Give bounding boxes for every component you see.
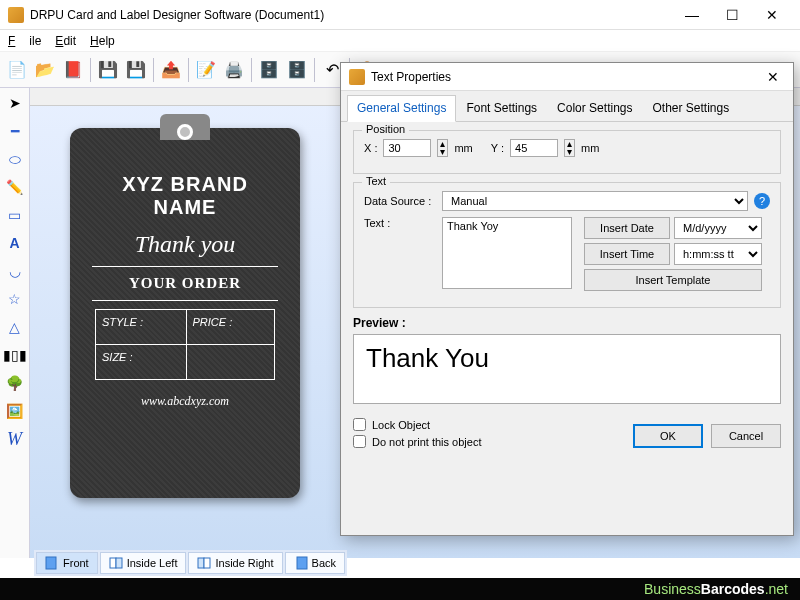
help-icon[interactable]: ?	[754, 193, 770, 209]
tab-inside-right[interactable]: Inside Right	[188, 552, 282, 574]
preview-label: Preview :	[353, 316, 781, 330]
card-thank-you: Thank you	[80, 231, 290, 258]
tab-inside-left[interactable]: Inside Left	[100, 552, 187, 574]
dialog-icon	[349, 69, 365, 85]
save-icon[interactable]: 💾	[95, 57, 121, 83]
card-url: www.abcdxyz.com	[80, 394, 290, 409]
database2-icon[interactable]: 🗄️	[284, 57, 310, 83]
x-spinner[interactable]: ▴▾	[437, 139, 448, 157]
save-as-icon[interactable]: 💾	[123, 57, 149, 83]
close-file-icon[interactable]: 📕	[60, 57, 86, 83]
close-button[interactable]: ✕	[752, 2, 792, 28]
dialog-title: Text Properties	[371, 70, 761, 84]
triangle-tool-icon[interactable]: △	[4, 316, 26, 338]
x-input[interactable]	[383, 139, 431, 157]
x-label: X :	[364, 142, 377, 154]
y-spinner[interactable]: ▴▾	[564, 139, 575, 157]
arc-tool-icon[interactable]: ◡	[4, 260, 26, 282]
rect-tool-icon[interactable]: ▭	[4, 204, 26, 226]
page-tabs: Front Inside Left Inside Right Back	[34, 550, 347, 576]
menu-help[interactable]: Help	[90, 34, 115, 48]
tool-palette: ➤ ━ ⬭ ✏️ ▭ A ◡ ☆ △ ▮▯▮ 🌳 🖼️ W	[0, 88, 30, 558]
footer: BusinessBarcodes.net	[0, 578, 800, 600]
titlebar: DRPU Card and Label Designer Software (D…	[0, 0, 800, 30]
tab-back[interactable]: Back	[285, 552, 345, 574]
maximize-button[interactable]: ☐	[712, 2, 752, 28]
page-icon	[45, 556, 59, 570]
svg-rect-0	[46, 557, 56, 569]
menu-edit[interactable]: Edit	[55, 34, 76, 48]
text-label: Text :	[364, 217, 436, 229]
cancel-button[interactable]: Cancel	[711, 424, 781, 448]
ellipse-tool-icon[interactable]: ⬭	[4, 148, 26, 170]
pointer-tool-icon[interactable]: ➤	[4, 92, 26, 114]
dialog-tabs: General Settings Font Settings Color Set…	[341, 91, 793, 122]
datasource-label: Data Source :	[364, 195, 436, 207]
card-order: YOUR ORDER	[80, 275, 290, 292]
preview-box: Thank You	[353, 334, 781, 404]
y-input[interactable]	[510, 139, 558, 157]
menu-file[interactable]: File	[8, 34, 41, 48]
export-icon[interactable]: 📤	[158, 57, 184, 83]
database-icon[interactable]: 🗄️	[256, 57, 282, 83]
time-format-select[interactable]: h:mm:ss tt	[674, 243, 762, 265]
card-spec-table: STYLE :PRICE : SIZE :	[95, 309, 275, 380]
text-properties-dialog: Text Properties ✕ General Settings Font …	[340, 62, 794, 536]
symbol-tool-icon[interactable]: 🖼️	[4, 400, 26, 422]
footer-brand: BusinessBarcodes.net	[644, 581, 788, 597]
edit-icon[interactable]: 📝	[193, 57, 219, 83]
print-icon[interactable]: 🖨️	[221, 57, 247, 83]
datasource-select[interactable]: Manual	[442, 191, 748, 211]
svg-rect-1	[110, 558, 116, 568]
text-fieldset: Text Data Source : Manual ? Text : Thank…	[353, 182, 781, 308]
date-format-select[interactable]: M/d/yyyy	[674, 217, 762, 239]
wordart-tool-icon[interactable]: W	[4, 428, 26, 450]
position-fieldset: Position X : ▴▾ mm Y : ▴▾ mm	[353, 130, 781, 174]
dialog-close-button[interactable]: ✕	[761, 69, 785, 85]
window-title: DRPU Card and Label Designer Software (D…	[30, 8, 672, 22]
page-icon	[294, 556, 308, 570]
svg-rect-4	[204, 558, 210, 568]
card-preview[interactable]: XYZ BRANDNAME Thank you YOUR ORDER STYLE…	[70, 128, 300, 498]
image-tool-icon[interactable]: 🌳	[4, 372, 26, 394]
y-label: Y :	[491, 142, 504, 154]
menubar: File Edit Help	[0, 30, 800, 52]
text-input[interactable]: Thank Yoy	[442, 217, 572, 289]
tab-font-settings[interactable]: Font Settings	[456, 95, 547, 121]
card-hole	[177, 124, 193, 140]
tab-general-settings[interactable]: General Settings	[347, 95, 456, 122]
tab-color-settings[interactable]: Color Settings	[547, 95, 642, 121]
star-tool-icon[interactable]: ☆	[4, 288, 26, 310]
text-tool-icon[interactable]: A	[4, 232, 26, 254]
app-icon	[8, 7, 24, 23]
open-icon[interactable]: 📂	[32, 57, 58, 83]
svg-rect-3	[198, 558, 204, 568]
tab-other-settings[interactable]: Other Settings	[642, 95, 739, 121]
line-tool-icon[interactable]: ━	[4, 120, 26, 142]
minimize-button[interactable]: —	[672, 2, 712, 28]
no-print-checkbox[interactable]	[353, 435, 366, 448]
tab-front[interactable]: Front	[36, 552, 98, 574]
new-icon[interactable]: 📄	[4, 57, 30, 83]
insert-date-button[interactable]: Insert Date	[584, 217, 670, 239]
insert-template-button[interactable]: Insert Template	[584, 269, 762, 291]
dialog-titlebar: Text Properties ✕	[341, 63, 793, 91]
barcode-tool-icon[interactable]: ▮▯▮	[4, 344, 26, 366]
svg-rect-5	[297, 557, 307, 569]
book-icon	[197, 556, 211, 570]
svg-rect-2	[116, 558, 122, 568]
insert-time-button[interactable]: Insert Time	[584, 243, 670, 265]
ok-button[interactable]: OK	[633, 424, 703, 448]
lock-object-checkbox[interactable]	[353, 418, 366, 431]
pencil-tool-icon[interactable]: ✏️	[4, 176, 26, 198]
book-icon	[109, 556, 123, 570]
card-brand: XYZ BRANDNAME	[80, 173, 290, 219]
